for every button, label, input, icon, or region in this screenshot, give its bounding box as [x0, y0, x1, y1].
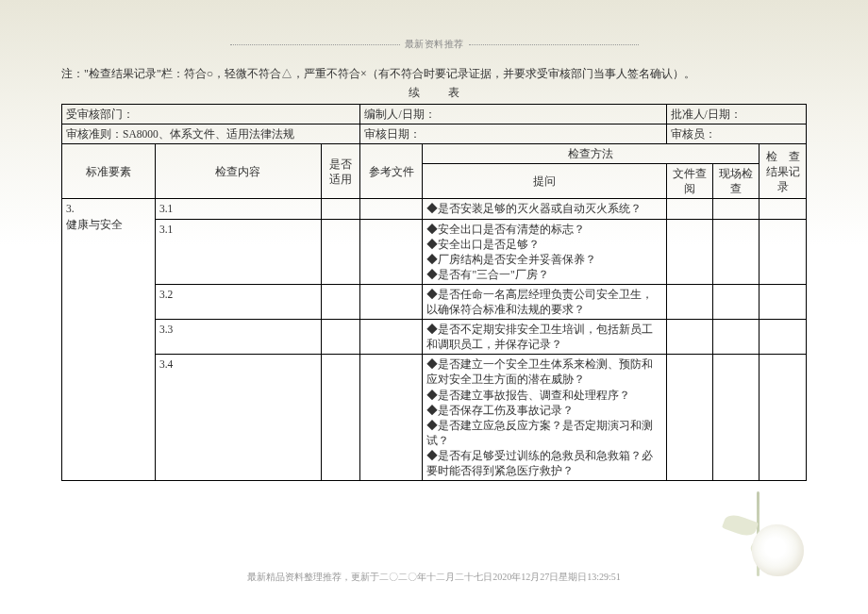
- th-content: 检查内容: [155, 144, 321, 199]
- header-line: 最新资料推荐: [61, 38, 807, 51]
- flower-decoration: [698, 482, 811, 576]
- table-row: 3.健康与安全 3.1 ◆是否安装足够的灭火器或自动灭火系统？: [62, 199, 807, 219]
- content-cell: 3.1: [155, 219, 321, 284]
- continue-label: 续表: [61, 85, 807, 101]
- audit-date-cell: 审核日期：: [360, 124, 666, 144]
- result-cell: [760, 199, 807, 219]
- question-cell: ◆安全出口是否有清楚的标志？◆安全出口是否足够？◆厂房结构是否安全并妥善保养？◆…: [423, 219, 666, 284]
- th-question: 提问: [423, 164, 666, 199]
- th-site: 现场检查: [713, 164, 760, 199]
- question-cell: ◆是否安装足够的灭火器或自动灭火系统？: [423, 199, 666, 219]
- info-row-2: 审核准则：SA8000、体系文件、适用法律法规 审核日期： 审核员：: [62, 124, 807, 144]
- applicable-cell: [321, 355, 360, 481]
- element-cell: 3.健康与安全: [62, 199, 156, 481]
- site-cell: [713, 320, 760, 355]
- th-ref: 参考文件: [360, 144, 423, 199]
- site-cell: [713, 219, 760, 284]
- content-cell: 3.4: [155, 355, 321, 481]
- preparer-cell: 编制人/日期：: [360, 105, 666, 124]
- th-doc: 文件查阅: [666, 164, 712, 199]
- table-row: 3.2 ◆是否任命一名高层经理负责公司安全卫生，以确保符合标准和法规的要求？: [62, 284, 807, 319]
- applicable-cell: [321, 199, 360, 219]
- doc-cell: [666, 219, 712, 284]
- site-cell: [713, 199, 760, 219]
- th-element: 标准要素: [62, 144, 156, 199]
- content-cell: 3.2: [155, 284, 321, 319]
- info-row-1: 受审核部门： 编制人/日期： 批准人/日期：: [62, 105, 807, 124]
- site-cell: [713, 355, 760, 481]
- ref-cell: [360, 199, 423, 219]
- doc-cell: [666, 284, 712, 319]
- applicable-cell: [321, 219, 360, 284]
- ref-cell: [360, 284, 423, 319]
- question-cell: ◆是否建立一个安全卫生体系来检测、预防和应对安全卫生方面的潜在威胁？◆是否建立事…: [423, 355, 666, 481]
- applicable-cell: [321, 284, 360, 319]
- ref-cell: [360, 355, 423, 481]
- content-cell: 3.3: [155, 320, 321, 355]
- note-text: 注："检查结果记录"栏：符合○，轻微不符合△，严重不符合×（有不符合时要记录证据…: [61, 65, 807, 82]
- approver-cell: 批准人/日期：: [666, 105, 806, 124]
- site-cell: [713, 284, 760, 319]
- applicable-cell: [321, 320, 360, 355]
- result-cell: [760, 219, 807, 284]
- table-row: 3.4 ◆是否建立一个安全卫生体系来检测、预防和应对安全卫生方面的潜在威胁？◆是…: [62, 355, 807, 481]
- th-applicable: 是否适用: [321, 144, 360, 199]
- question-cell: ◆是否任命一名高层经理负责公司安全卫生，以确保符合标准和法规的要求？: [423, 284, 666, 319]
- ref-cell: [360, 320, 423, 355]
- header-row-1: 标准要素 检查内容 是否适用 参考文件 检查方法 检 查结果记录: [62, 144, 807, 164]
- th-method: 检查方法: [423, 144, 760, 164]
- result-cell: [760, 284, 807, 319]
- doc-cell: [666, 320, 712, 355]
- question-cell: ◆是否不定期安排安全卫生培训，包括新员工和调职员工，并保存记录？: [423, 320, 666, 355]
- result-cell: [760, 320, 807, 355]
- table-row: 3.3 ◆是否不定期安排安全卫生培训，包括新员工和调职员工，并保存记录？: [62, 320, 807, 355]
- th-result: 检 查结果记录: [760, 144, 807, 199]
- footer-text: 最新精品资料整理推荐，更新于二〇二〇年十二月二十七日2020年12月27日星期日…: [0, 571, 868, 584]
- doc-cell: [666, 355, 712, 481]
- audit-table: 受审核部门： 编制人/日期： 批准人/日期： 审核准则：SA8000、体系文件、…: [61, 104, 807, 481]
- content-cell: 3.1: [155, 199, 321, 219]
- auditor-cell: 审核员：: [666, 124, 806, 144]
- criteria-cell: 审核准则：SA8000、体系文件、适用法律法规: [62, 124, 360, 144]
- dept-cell: 受审核部门：: [62, 105, 360, 124]
- table-row: 3.1 ◆安全出口是否有清楚的标志？◆安全出口是否足够？◆厂房结构是否安全并妥善…: [62, 219, 807, 284]
- ref-cell: [360, 219, 423, 284]
- result-cell: [760, 355, 807, 481]
- doc-cell: [666, 199, 712, 219]
